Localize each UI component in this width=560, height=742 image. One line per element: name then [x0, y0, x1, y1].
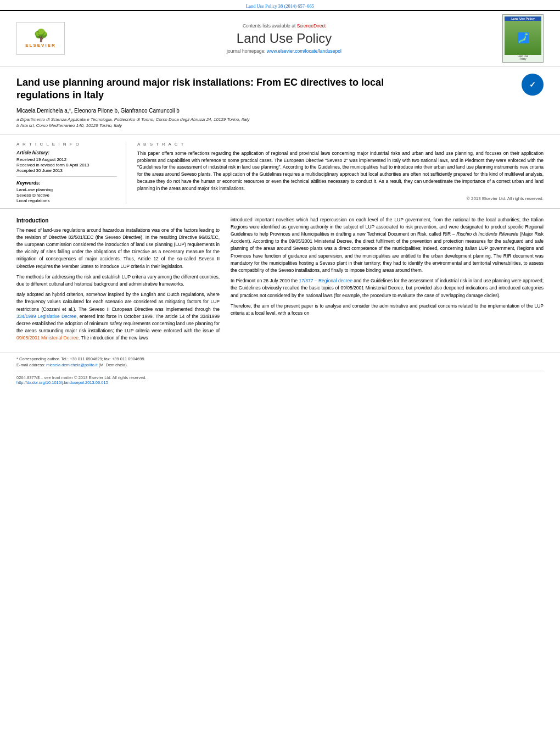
cover-placeholder-icon: 🗾: [505, 21, 541, 55]
legislative-decree-link[interactable]: 334/1999 Legislative Decree: [16, 314, 76, 319]
keyword-2: Seveso Directive: [16, 193, 117, 198]
journal-title: Land Use Policy: [77, 31, 491, 46]
journal-homepage: journal homepage: www.elsevier.com/locat…: [77, 48, 491, 54]
body-right-para-2: In Piedmont on 26 July 2010 the 17/377 –…: [231, 277, 544, 299]
abstract-text: This paper offers some reflections regar…: [137, 150, 544, 192]
body-right-column: introduced important novelties which had…: [231, 216, 544, 345]
affiliation-b: b Aria srl, Corso Mediterraneo 140, 1012…: [16, 123, 522, 128]
author-email-link[interactable]: micaela.demichela@polito.it: [46, 362, 98, 367]
cover-top-label: Land Use Policy: [505, 16, 541, 21]
main-body: Introduction The need of land-use regula…: [0, 209, 560, 353]
article-history-heading: Article history:: [16, 150, 117, 155]
accepted-date: Accepted 30 June 2013: [16, 168, 117, 173]
divider: [16, 176, 117, 177]
elsevier-logo: 🌳 ELSEVIER: [16, 22, 66, 55]
regional-decree-link[interactable]: 17/377 – Regional decree: [299, 278, 352, 283]
elsevier-tree-icon: 🌳: [33, 30, 48, 42]
body-right-para-1: introduced important novelties which had…: [231, 216, 544, 274]
body-left-column: Introduction The need of land-use regula…: [16, 216, 220, 345]
ministerial-decree-link[interactable]: 09/05/2001 Ministerial Decree: [16, 335, 79, 341]
corresponding-author-note: * Corresponding author. Tel.: +39 011 09…: [16, 356, 544, 361]
header-center: Contents lists available at ScienceDirec…: [66, 23, 502, 54]
introduction-heading: Introduction: [16, 217, 220, 224]
journal-cover-image: Land Use Policy 🗾 Land UsePolicy: [502, 14, 544, 63]
keyword-3: Local regulations: [16, 198, 117, 203]
revised-date: Received in revised form 8 April 2013: [16, 163, 117, 168]
cover-bottom-label: Land UsePolicy: [518, 55, 528, 60]
abstract-label: A B S T R A C T: [137, 142, 544, 147]
contents-available-text: Contents lists available at ScienceDirec…: [77, 23, 491, 29]
body-para-2: The methods for addressing the risk and …: [16, 274, 220, 288]
sciencedirect-link[interactable]: ScienceDirect: [297, 23, 326, 29]
keywords-heading: Keywords:: [16, 180, 117, 186]
article-info-column: A R T I C L E I N F O Article history: R…: [16, 142, 126, 204]
homepage-link[interactable]: www.elsevier.com/locate/landusepol: [267, 48, 341, 54]
page-wrapper: Land Use Policy 38 (2014) 657–665 🌳 ELSE…: [0, 0, 560, 742]
body-para-3: Italy adopted an hybrid criterion, someh…: [16, 291, 220, 342]
doi-line: http://dx.doi.org/10.1016/j.landusepol.2…: [16, 380, 544, 385]
crossmark-badge: ✓: [522, 74, 544, 96]
article-info-label: A R T I C L E I N F O: [16, 142, 117, 147]
received-date: Received 19 August 2012: [16, 157, 117, 162]
journal-ref: Land Use Policy 38 (2014) 657–665: [246, 3, 314, 9]
elsevier-brand-label: ELSEVIER: [25, 43, 56, 48]
footer-section: * Corresponding author. Tel.: +39 011 09…: [0, 353, 560, 388]
article-title: Land use planning around major risk inst…: [16, 76, 434, 102]
keyword-1: Land-use planning: [16, 187, 117, 192]
article-info-abstract-section: A R T I C L E I N F O Article history: R…: [0, 135, 560, 209]
issn-line: 0264-8377/$ – see front matter © 2013 El…: [16, 375, 544, 380]
affiliation-a: a Dipartimento di Scienza Applicata e Te…: [16, 117, 522, 122]
journal-header: 🌳 ELSEVIER Contents lists available at S…: [0, 10, 560, 66]
journal-reference-bar: Land Use Policy 38 (2014) 657–665: [0, 0, 560, 10]
body-para-1: The need of land-use regulations around …: [16, 227, 220, 270]
email-line: E-mail address: micaela.demichela@polito…: [16, 362, 544, 367]
copyright-line: © 2013 Elsevier Ltd. All rights reserved…: [137, 196, 544, 201]
authors-line: Micaela Demichela a,*, Eleonora Pilone b…: [16, 108, 522, 114]
doi-link[interactable]: http://dx.doi.org/10.1016/j.landusepol.2…: [16, 380, 108, 385]
abstract-column: A B S T R A C T This paper offers some r…: [137, 142, 544, 204]
body-right-para-3: Therefore, the aim of the present paper …: [231, 303, 544, 317]
article-header: Land use planning around major risk inst…: [0, 66, 560, 135]
